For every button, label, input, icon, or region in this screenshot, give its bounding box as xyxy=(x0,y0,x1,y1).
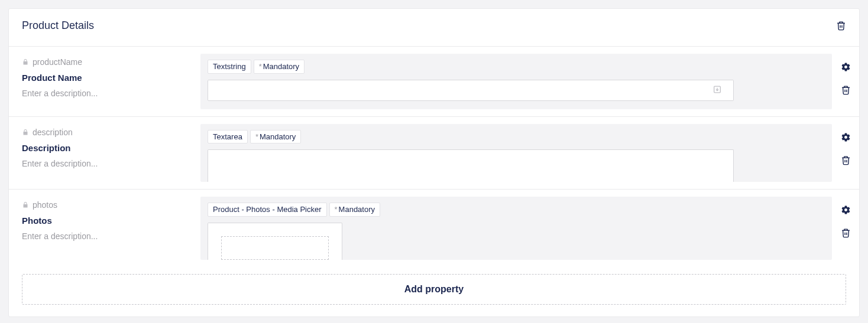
property-alias: description xyxy=(22,128,187,137)
badge-row: Product - Photos - Media Picker *Mandato… xyxy=(208,203,825,217)
alias-text[interactable]: description xyxy=(33,128,73,137)
type-badge[interactable]: Textstring xyxy=(208,60,251,74)
property-description-placeholder[interactable]: Enter a description... xyxy=(22,231,187,241)
media-drop-zone[interactable] xyxy=(221,236,329,260)
property-editor-area: Textarea *Mandatory xyxy=(200,124,832,182)
gear-icon xyxy=(841,62,851,72)
property-actions xyxy=(832,47,859,116)
property-meta: description Description Enter a descript… xyxy=(9,117,200,190)
property-row-photos: photos Photos Enter a description... Pro… xyxy=(9,190,859,267)
gear-icon xyxy=(841,205,851,215)
type-badge[interactable]: Textarea xyxy=(208,130,248,144)
property-label[interactable]: Product Name xyxy=(22,73,187,83)
delete-property-button[interactable] xyxy=(841,155,851,165)
media-picker-box[interactable] xyxy=(208,223,342,260)
mandatory-badge[interactable]: *Mandatory xyxy=(250,130,301,144)
delete-property-button[interactable] xyxy=(841,85,851,95)
property-description-placeholder[interactable]: Enter a description... xyxy=(22,159,187,168)
trash-icon xyxy=(841,228,851,238)
mandatory-badge[interactable]: *Mandatory xyxy=(254,60,305,74)
property-label[interactable]: Photos xyxy=(22,216,187,226)
alias-text[interactable]: photos xyxy=(33,200,57,210)
property-actions xyxy=(832,190,859,267)
property-alias: photos xyxy=(22,200,187,210)
mandatory-badge[interactable]: *Mandatory xyxy=(329,203,380,217)
settings-button[interactable] xyxy=(841,62,851,72)
panel-title[interactable]: Product Details xyxy=(22,19,94,32)
type-badge[interactable]: Product - Photos - Media Picker xyxy=(208,203,327,217)
delete-group-button[interactable] xyxy=(836,21,846,31)
textstring-input[interactable] xyxy=(208,80,733,100)
lock-icon xyxy=(22,58,29,66)
alias-text[interactable]: productName xyxy=(33,57,82,67)
property-editor-area: Textstring *Mandatory xyxy=(200,54,832,109)
property-meta: photos Photos Enter a description... xyxy=(9,190,200,267)
add-property-button[interactable]: Add property xyxy=(22,274,846,305)
delete-property-button[interactable] xyxy=(841,228,851,238)
property-row-description: description Description Enter a descript… xyxy=(9,117,859,190)
property-row-productname: productName Product Name Enter a descrip… xyxy=(9,47,859,117)
gear-icon xyxy=(841,132,851,142)
property-alias: productName xyxy=(22,57,187,67)
property-description-placeholder[interactable]: Enter a description... xyxy=(22,89,187,98)
textarea-input[interactable] xyxy=(208,150,733,182)
settings-button[interactable] xyxy=(841,132,851,142)
property-label[interactable]: Description xyxy=(22,143,187,153)
settings-button[interactable] xyxy=(841,205,851,215)
property-editor-area: Product - Photos - Media Picker *Mandato… xyxy=(200,197,832,260)
panel-header: Product Details xyxy=(9,9,859,47)
add-property-area: Add property xyxy=(9,267,859,317)
lock-icon xyxy=(22,129,29,136)
lock-icon xyxy=(22,201,29,208)
trash-icon xyxy=(841,155,851,165)
product-details-panel: Product Details productName Product Name… xyxy=(8,8,860,317)
trash-icon xyxy=(836,21,846,31)
property-actions xyxy=(832,117,859,190)
trash-icon xyxy=(841,85,851,95)
property-meta: productName Product Name Enter a descrip… xyxy=(9,47,200,116)
badge-row: Textstring *Mandatory xyxy=(208,60,825,74)
badge-row: Textarea *Mandatory xyxy=(208,130,825,144)
